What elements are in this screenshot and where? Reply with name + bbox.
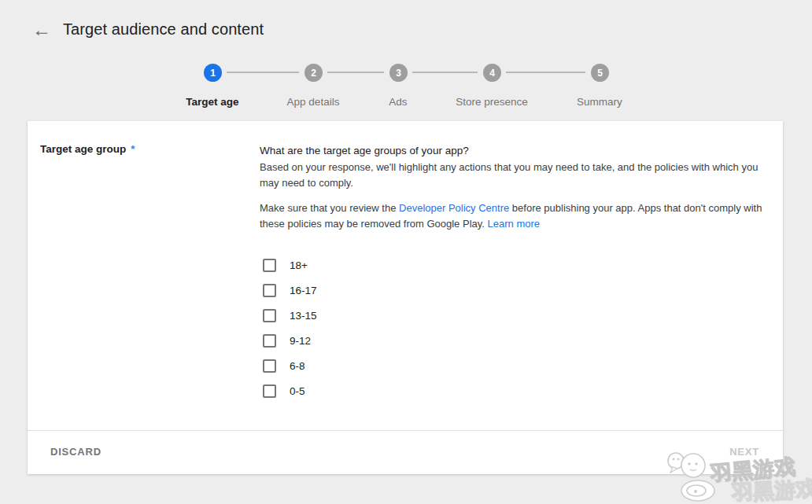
- stepper-connector: [412, 72, 478, 73]
- checkbox-0-5[interactable]: [263, 384, 276, 398]
- age-group-row-9-12[interactable]: 9-12: [260, 328, 775, 353]
- discard-button[interactable]: DISCARD: [50, 446, 102, 458]
- age-group-list: 18+ 16-17 13-15 9-12 6-8 0-5: [260, 252, 775, 403]
- stepper-connector: [227, 72, 299, 73]
- developer-policy-centre-link[interactable]: Developer Policy Centre: [399, 202, 509, 214]
- policy-note: Make sure that you review the Developer …: [260, 200, 775, 232]
- stepper-connector: [327, 72, 384, 73]
- step-1-circle[interactable]: 1: [204, 64, 222, 82]
- age-group-row-0-5[interactable]: 0-5: [260, 378, 775, 403]
- step-3-circle[interactable]: 3: [389, 64, 408, 82]
- step-2-circle[interactable]: 2: [304, 64, 323, 82]
- step-5-label: Summary: [537, 96, 663, 108]
- learn-more-link[interactable]: Learn more: [488, 218, 540, 230]
- age-group-row-6-8[interactable]: 6-8: [260, 353, 775, 378]
- field-content-column: What are the target age groups of your a…: [260, 143, 775, 403]
- step-4-label: Store presence: [429, 96, 555, 108]
- field-label-text: Target age group: [40, 143, 126, 155]
- page: { "header": { "title": "Target audience …: [0, 0, 812, 504]
- form-card: Target age group* What are the target ag…: [28, 121, 783, 474]
- required-asterisk: *: [131, 143, 135, 155]
- checkbox-6-8[interactable]: [263, 359, 276, 373]
- age-group-label: 9-12: [290, 335, 311, 347]
- age-group-row-18plus[interactable]: 18+: [260, 252, 775, 278]
- age-group-label: 0-5: [290, 385, 305, 397]
- description-text: Based on your response, we'll highlight …: [260, 160, 775, 191]
- card-footer: DISCARD NEXT: [28, 430, 783, 474]
- watermark-text-2: 羽黑游戏: [731, 474, 812, 504]
- age-group-label: 13-15: [290, 310, 317, 322]
- step-4-circle[interactable]: 4: [483, 64, 501, 82]
- age-group-label: 18+: [290, 259, 308, 271]
- page-title: Target audience and content: [63, 20, 264, 39]
- question-text: What are the target age groups of your a…: [260, 143, 775, 159]
- checkbox-18plus[interactable]: [263, 259, 276, 272]
- age-group-row-16-17[interactable]: 16-17: [260, 278, 775, 303]
- age-group-label: 6-8: [290, 360, 305, 372]
- checkbox-16-17[interactable]: [263, 284, 276, 297]
- age-group-label: 16-17: [290, 285, 317, 296]
- field-label-target-age-group: Target age group*: [40, 143, 135, 155]
- policy-note-pre: Make sure that you review the: [260, 202, 399, 214]
- age-group-row-13-15[interactable]: 13-15: [260, 303, 775, 328]
- checkbox-9-12[interactable]: [263, 334, 276, 348]
- next-button-disabled[interactable]: NEXT: [729, 446, 759, 458]
- step-5-circle[interactable]: 5: [591, 64, 609, 82]
- stepper-connector: [506, 72, 585, 73]
- back-arrow-icon[interactable]: ←: [32, 19, 51, 41]
- checkbox-13-15[interactable]: [263, 309, 276, 322]
